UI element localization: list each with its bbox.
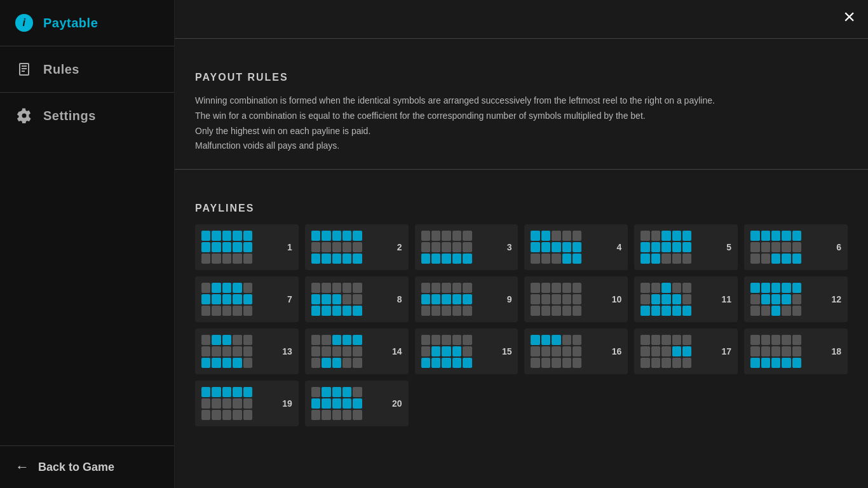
payline-cell: [771, 306, 780, 316]
payline-cell: [541, 294, 550, 304]
payline-card-2: 2: [305, 224, 409, 270]
payline-cell: [212, 254, 220, 264]
sidebar-label-paytable: Paytable: [43, 16, 98, 30]
payline-cell: [750, 346, 759, 356]
payline-cell: [311, 283, 320, 293]
payline-cell: [233, 242, 241, 252]
payline-cell: [442, 231, 451, 241]
payline-cell: [332, 231, 341, 241]
payline-cell: [243, 387, 252, 397]
payline-cell: [353, 410, 362, 420]
payline-cell: [353, 294, 362, 304]
payline-cell: [771, 254, 780, 264]
payline-cell: [233, 387, 241, 397]
payline-number: 20: [391, 398, 402, 409]
payline-cell: [442, 335, 451, 345]
payline-cell: [750, 358, 759, 368]
payline-cell: [651, 335, 660, 345]
payline-cell: [771, 283, 780, 293]
payline-cell: [342, 254, 351, 264]
payline-cell: [651, 283, 660, 293]
payline-cell: [222, 294, 231, 304]
payline-cell: [672, 242, 681, 252]
payline-number: 2: [391, 242, 402, 252]
payline-grid-5: [641, 231, 691, 264]
sidebar-label-rules: Rules: [43, 62, 79, 77]
payline-card-16: 16: [524, 329, 628, 374]
payline-grid-17: [641, 335, 691, 368]
payline-cell: [431, 335, 440, 345]
payline-cell: [332, 242, 341, 252]
payline-cell: [651, 294, 660, 304]
payline-cell: [311, 346, 320, 356]
payline-cell: [661, 231, 670, 241]
payline-cell: [641, 346, 649, 356]
payline-grid-14: [311, 335, 362, 368]
payline-cell: [552, 346, 560, 356]
payline-cell: [792, 358, 801, 368]
payline-card-10: 10: [524, 276, 628, 322]
payline-cell: [641, 254, 649, 264]
payline-cell: [531, 346, 539, 356]
payline-cell: [641, 358, 649, 368]
payline-cell: [672, 306, 681, 316]
payline-cell: [332, 346, 341, 356]
payline-cell: [353, 398, 362, 409]
payline-cell: [243, 254, 252, 264]
payline-cell: [212, 231, 220, 241]
payline-cell: [431, 283, 440, 293]
payline-cell: [311, 242, 320, 252]
sidebar-item-paytable[interactable]: i Paytable: [0, 0, 174, 46]
payline-cell: [322, 242, 330, 252]
payline-cell: [342, 283, 351, 293]
payline-card-17: 17: [634, 329, 738, 374]
payline-card-6: 6: [744, 224, 848, 270]
payline-cell: [233, 346, 241, 356]
payline-cell: [672, 294, 681, 304]
payline-cell: [243, 283, 252, 293]
payline-cell: [353, 306, 362, 316]
sidebar-item-rules[interactable]: Rules: [0, 46, 174, 92]
payline-cell: [463, 242, 471, 252]
payline-cell: [562, 358, 571, 368]
payline-cell: [661, 283, 670, 293]
payline-cell: [342, 358, 351, 368]
payline-cell: [541, 335, 550, 345]
payline-grid-6: [750, 231, 801, 264]
payline-cell: [573, 335, 581, 345]
payline-cell: [562, 254, 571, 264]
payline-cell: [322, 346, 330, 356]
payline-cell: [421, 254, 430, 264]
payline-cell: [421, 346, 430, 356]
close-button[interactable]: ×: [843, 6, 855, 27]
payline-cell: [342, 231, 351, 241]
payline-cell: [531, 335, 539, 345]
payline-number: 9: [500, 294, 512, 304]
payline-cell: [442, 306, 451, 316]
payline-cell: [322, 294, 330, 304]
payline-grid-19: [201, 387, 252, 420]
payline-cell: [750, 335, 759, 345]
payline-cell: [562, 283, 571, 293]
payline-cell: [222, 358, 231, 368]
payline-cell: [672, 335, 681, 345]
payline-cell: [661, 346, 670, 356]
payline-cell: [452, 254, 461, 264]
payline-cell: [573, 346, 581, 356]
payline-cell: [682, 346, 691, 356]
payline-cell: [442, 242, 451, 252]
payline-cell: [651, 306, 660, 316]
payline-cell: [322, 283, 330, 293]
payline-cell: [233, 335, 241, 345]
back-to-game-button[interactable]: ← Back to Game: [0, 445, 174, 488]
payline-cell: [661, 294, 670, 304]
payline-cell: [562, 231, 571, 241]
payline-cell: [682, 335, 691, 345]
payline-cell: [552, 283, 560, 293]
payline-cell: [222, 410, 231, 420]
sidebar-item-settings[interactable]: Settings: [0, 93, 174, 139]
payline-grid-1: [201, 231, 252, 264]
payline-card-1: 1: [195, 224, 299, 270]
payline-cell: [201, 306, 210, 316]
payline-cell: [243, 410, 252, 420]
